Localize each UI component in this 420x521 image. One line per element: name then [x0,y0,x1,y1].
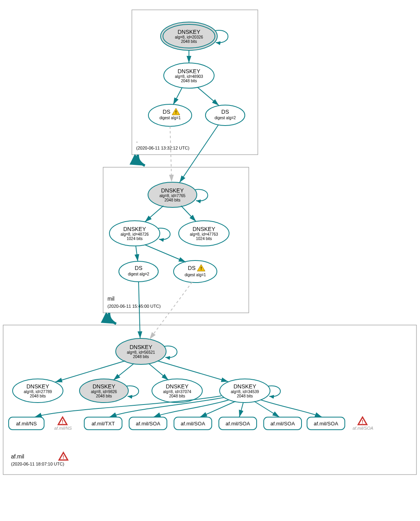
svg-text:af.mil/SOA: af.mil/SOA [353,426,374,430]
svg-line-26 [179,125,218,183]
svg-text:alg=8, id=47763: alg=8, id=47763 [190,232,218,236]
svg-point-15 [205,105,245,126]
svg-text:DNSKEY: DNSKEY [166,383,189,390]
node-root-zsk: DNSKEY alg=8, id=48903 2048 bits [164,63,214,88]
svg-text:af.mil/NS: af.mil/NS [16,421,37,427]
record-soa-3: af.mil/SOA [219,417,257,430]
svg-line-18 [173,87,182,105]
svg-text:DNSKEY: DNSKEY [192,226,215,232]
record-soa-2: af.mil/SOA [174,417,212,430]
svg-point-11 [148,104,192,126]
svg-text:DNSKEY: DNSKEY [178,29,200,35]
svg-text:alg=8, id=48726: alg=8, id=48726 [120,232,149,236]
svg-text:digest alg=2: digest alg=2 [215,116,236,120]
node-root-ds1: DS digest alg=1 ! [148,104,192,126]
svg-text:2048 bits: 2048 bits [133,355,149,359]
node-mil-ds1: DS digest alg=1 ! [174,260,217,283]
svg-text:af.mil/SOA: af.mil/SOA [136,421,160,427]
error-icon: ! [59,453,68,460]
svg-text:1024 bits: 1024 bits [127,236,143,241]
svg-point-38 [119,261,158,282]
svg-text:alg=8, id=34539: alg=8, id=34539 [231,390,259,394]
svg-text:alg=8, id=56521: alg=8, id=56521 [127,350,155,355]
zone-mil-label: mil [107,296,115,302]
svg-text:DS: DS [135,265,142,271]
svg-text:!: ! [175,110,177,115]
svg-text:alg=8, id=7765: alg=8, id=7765 [159,194,186,198]
dnssec-graph: . (2020-06-11 13:32:12 UTC) DNSKEY alg=8… [0,0,420,521]
svg-text:alg=8, id=48903: alg=8, id=48903 [175,74,203,79]
zone-root-ts: (2020-06-11 13:32:12 UTC) [136,146,189,150]
svg-line-75 [149,364,168,380]
record-soa-warn: ! af.mil/SOA [353,417,374,430]
svg-text:2048 bits: 2048 bits [96,394,112,398]
svg-text:(2020-06-11 18:07:10 UTC): (2020-06-11 18:07:10 UTC) [11,462,64,466]
zone-afmil: af.mil (2020-06-11 18:07:10 UTC) ! DNSKE… [3,282,416,475]
svg-text:af.mil/SOA: af.mil/SOA [226,421,250,427]
svg-line-37 [181,206,196,222]
svg-text:DNSKEY: DNSKEY [93,383,115,390]
svg-line-56 [150,282,192,339]
zone-mil: mil (2020-06-11 15:45:00 UTC) DNSKEY alg… [103,125,249,313]
svg-text:!: ! [63,454,64,460]
record-soa-5: af.mil/SOA [307,417,345,430]
svg-text:DNSKEY: DNSKEY [123,226,146,232]
svg-text:af.mil: af.mil [11,453,24,460]
svg-text:digest alg=1: digest alg=1 [185,273,206,277]
node-af-ksk: DNSKEY alg=8, id=56521 2048 bits [116,338,166,364]
record-soa-1: af.mil/SOA [129,417,167,430]
svg-line-96 [239,403,243,417]
svg-text:alg=8, id=9826: alg=8, id=9826 [91,390,117,394]
svg-line-46 [145,245,186,262]
svg-text:af.mil/SOA: af.mil/SOA [181,421,205,427]
node-af-k2: DNSKEY alg=8, id=9826 2048 bits [80,379,128,403]
record-soa-4: af.mil/SOA [264,417,302,430]
svg-line-95 [200,401,235,417]
svg-text:DNSKEY: DNSKEY [233,383,256,390]
record-ns-warn: ! af.mil/NS [54,417,72,430]
svg-text:2048 bits: 2048 bits [169,394,185,398]
svg-line-45 [136,246,138,261]
node-af-k1: DNSKEY alg=8, id=27789 2048 bits [13,379,63,403]
svg-text:DNSKEY: DNSKEY [178,68,200,74]
svg-line-19 [198,87,219,105]
svg-text:!: ! [62,419,63,425]
svg-text:digest alg=2: digest alg=2 [128,272,150,276]
svg-point-41 [174,260,217,283]
svg-line-27 [170,126,172,182]
node-af-k3: DNSKEY alg=8, id=37074 2048 bits [152,379,202,403]
svg-line-55 [139,282,140,338]
node-af-k4: DNSKEY alg=8, id=34539 2048 bits [220,379,270,403]
svg-text:digest alg=1: digest alg=1 [159,116,181,120]
svg-text:af.mil/TXT: af.mil/TXT [91,421,115,427]
node-root-ksk: DNSKEY alg=8, id=20326 2048 bits [161,22,217,50]
svg-text:2048 bits: 2048 bits [30,394,46,398]
svg-text:DS: DS [188,265,195,271]
svg-line-76 [157,361,228,382]
svg-text:!: ! [200,266,202,271]
node-root-ds2: DS digest alg=2 [205,105,245,126]
svg-text:af.mil/SOA: af.mil/SOA [314,421,338,427]
svg-text:2048 bits: 2048 bits [165,198,181,202]
svg-text:DNSKEY: DNSKEY [26,383,49,390]
svg-text:1024 bits: 1024 bits [196,236,212,241]
svg-text:DNSKEY: DNSKEY [161,187,184,194]
svg-text:(2020-06-11 15:45:00 UTC): (2020-06-11 15:45:00 UTC) [107,304,161,309]
svg-text:!: ! [362,419,363,425]
zone-root-label: . [136,137,138,144]
svg-line-36 [145,206,163,222]
svg-text:2048 bits: 2048 bits [181,39,197,44]
record-txt: af.mil/TXT [84,417,122,430]
svg-text:2048 bits: 2048 bits [181,79,197,83]
svg-text:2048 bits: 2048 bits [237,394,253,398]
svg-text:af.mil/NS: af.mil/NS [54,426,72,430]
svg-text:alg=8, id=20326: alg=8, id=20326 [175,35,203,39]
node-mil-zsk1: DNSKEY alg=8, id=48726 1024 bits [109,221,160,246]
node-mil-ds2: DS digest alg=2 [119,261,158,282]
svg-line-97 [254,401,279,417]
svg-line-74 [113,364,134,380]
record-ns: af.mil/NS [9,417,44,430]
svg-text:af.mil/SOA: af.mil/SOA [270,421,295,427]
node-mil-zsk2: DNSKEY alg=8, id=47763 1024 bits [179,221,229,246]
zone-root: . (2020-06-11 13:32:12 UTC) DNSKEY alg=8… [132,10,258,155]
